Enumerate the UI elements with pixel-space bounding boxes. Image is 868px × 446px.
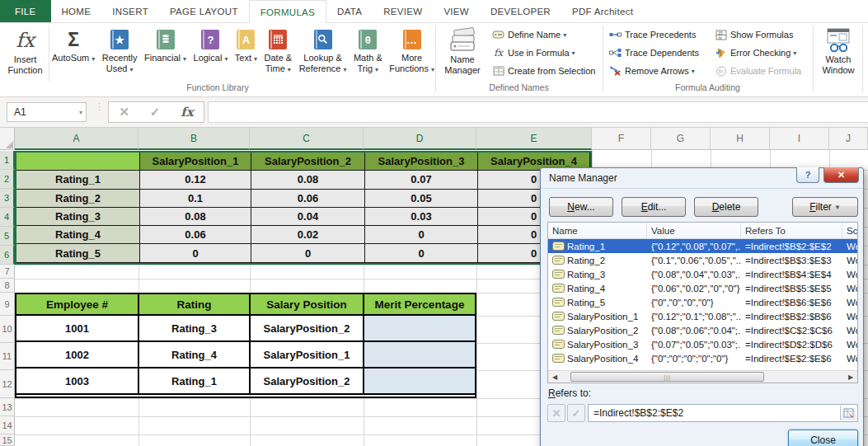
matrix-cell[interactable]: Rating_5 bbox=[16, 244, 140, 262]
name-row-salaryposition-2[interactable]: SalaryPosition_2{"0.08";"0.06";"0.04";..… bbox=[548, 323, 857, 337]
employee-cell[interactable] bbox=[364, 316, 475, 342]
list-column-refers-to[interactable]: Refers To bbox=[741, 223, 842, 238]
matrix-cell[interactable]: Rating_3 bbox=[16, 208, 140, 226]
name-row-rating-3[interactable]: Rating_3{"0.08","0.04","0.03",...=Indire… bbox=[548, 267, 857, 281]
matrix-cell[interactable]: 0.08 bbox=[140, 208, 251, 226]
watch-window-button[interactable]: WatchWindow bbox=[815, 25, 861, 91]
matrix-cell[interactable]: 0.05 bbox=[365, 190, 478, 208]
trace-precedents-button[interactable]: Trace Precedents bbox=[608, 26, 696, 43]
matrix-cell[interactable]: 0.03 bbox=[365, 208, 478, 226]
employee-cell[interactable]: 1002 bbox=[16, 342, 139, 369]
column-header-a[interactable]: A bbox=[15, 128, 138, 150]
matrix-header-cell[interactable]: SalaryPosition_3 bbox=[365, 153, 478, 171]
close-button[interactable]: Close bbox=[788, 430, 858, 446]
name-row-rating-2[interactable]: Rating_2{"0.1","0.06","0.05","...=Indire… bbox=[548, 253, 857, 267]
tab-home[interactable]: HOME bbox=[51, 0, 102, 22]
row-header-10[interactable]: 10 bbox=[0, 316, 15, 343]
tab-data[interactable]: DATA bbox=[326, 0, 373, 22]
error-checking-button[interactable]: !Error Checking▾ bbox=[714, 45, 796, 61]
row-header-3[interactable]: 3 bbox=[0, 189, 15, 208]
employee-cell[interactable]: Rating_1 bbox=[139, 369, 251, 395]
enter-icon[interactable]: ✓ bbox=[150, 105, 161, 120]
employee-cell[interactable]: Rating_4 bbox=[139, 342, 251, 369]
row-header-4[interactable]: 4 bbox=[0, 208, 15, 227]
edit-button[interactable]: Edit... bbox=[622, 197, 686, 217]
name-row-rating-1[interactable]: Rating_1{"0.12","0.08","0.07",...=Indire… bbox=[548, 239, 857, 253]
define-name-button[interactable]: Define Name▾ bbox=[491, 26, 566, 43]
row-header-6[interactable]: 6 bbox=[0, 246, 15, 265]
matrix-cell[interactable]: 0.1 bbox=[140, 190, 251, 208]
row-header-12[interactable]: 12 bbox=[0, 370, 15, 398]
matrix-header-cell[interactable] bbox=[16, 153, 140, 171]
employee-cell[interactable]: 1001 bbox=[16, 316, 139, 342]
matrix-cell[interactable]: 0 bbox=[365, 226, 478, 244]
matrix-header-cell[interactable]: SalaryPosition_2 bbox=[251, 153, 365, 171]
date-time-button[interactable]: Date &Time▾ bbox=[264, 25, 293, 91]
range-picker-icon[interactable] bbox=[840, 406, 856, 420]
column-header-c[interactable]: C bbox=[250, 128, 364, 150]
employee-cell[interactable] bbox=[364, 369, 475, 395]
employee-header-cell[interactable]: Merit Percentage bbox=[364, 294, 475, 316]
text-button[interactable]: AText▾ bbox=[234, 25, 258, 91]
name-box[interactable]: A1 ▾ bbox=[7, 102, 87, 122]
column-header-f[interactable]: F bbox=[592, 128, 651, 150]
tab-page-layout[interactable]: PAGE LAYOUT bbox=[159, 0, 249, 22]
row-header-8[interactable]: 8 bbox=[0, 279, 15, 293]
formula-bar-handle[interactable]: ⋮ bbox=[95, 104, 104, 109]
matrix-cell[interactable]: 0.06 bbox=[251, 190, 365, 208]
scroll-right-icon[interactable]: ▶ bbox=[844, 371, 857, 383]
matrix-cell[interactable]: 0 bbox=[365, 244, 478, 262]
logical-button[interactable]: ?Logical▾ bbox=[193, 25, 229, 91]
matrix-cell[interactable]: 0.07 bbox=[365, 171, 478, 189]
scrollbar-thumb[interactable]: ||| bbox=[570, 372, 764, 382]
column-header-g[interactable]: G bbox=[651, 128, 711, 150]
matrix-cell[interactable]: 0.12 bbox=[140, 171, 251, 189]
remove-arrows-button[interactable]: Remove Arrows▾ bbox=[608, 63, 695, 79]
row-header-14[interactable]: 14 bbox=[0, 416, 15, 434]
show-formulas-button[interactable]: 15fxShow Formulas bbox=[714, 26, 793, 43]
employee-header-cell[interactable]: Salary Position bbox=[251, 294, 364, 316]
tab-developer[interactable]: DEVELOPER bbox=[480, 0, 561, 22]
row-header-2[interactable]: 2 bbox=[0, 170, 15, 189]
matrix-cell[interactable]: Rating_2 bbox=[16, 190, 140, 208]
math-trig-button[interactable]: θMath &Trig▾ bbox=[353, 25, 383, 91]
help-button[interactable]: ? bbox=[796, 167, 819, 183]
row-header-5[interactable]: 5 bbox=[0, 227, 15, 246]
matrix-cell[interactable]: 0.08 bbox=[251, 171, 365, 189]
employee-cell[interactable]: SalaryPosition_2 bbox=[251, 316, 364, 342]
name-row-rating-5[interactable]: Rating_5{"0","0","0","0"}=Indirect!$B$6:… bbox=[548, 295, 857, 309]
matrix-cell[interactable]: 0.06 bbox=[140, 226, 251, 244]
name-row-salaryposition-4[interactable]: SalaryPosition_4{"0";"0";"0";"0";"0"}=In… bbox=[548, 351, 857, 365]
tab-formulas[interactable]: FORMULAS bbox=[249, 0, 326, 23]
matrix-cell[interactable]: 0 bbox=[140, 244, 251, 262]
matrix-cell[interactable]: 0.04 bbox=[251, 208, 365, 226]
employee-header-cell[interactable]: Employee # bbox=[16, 294, 139, 316]
name-row-salaryposition-3[interactable]: SalaryPosition_3{"0.07";"0.05";"0.03";..… bbox=[548, 337, 857, 351]
insert-function-button[interactable]: fxInsertFunction bbox=[2, 25, 48, 91]
horizontal-scrollbar[interactable]: ◀ ||| ▶ bbox=[548, 370, 857, 383]
create-from-selection-button[interactable]: Create from Selection bbox=[491, 63, 595, 79]
matrix-cell[interactable]: Rating_4 bbox=[16, 226, 140, 244]
list-column-name[interactable]: Name bbox=[548, 223, 647, 238]
row-header-13[interactable]: 13 bbox=[0, 398, 15, 416]
row-header-9[interactable]: 9 bbox=[0, 293, 15, 316]
lookup-reference-button[interactable]: Lookup &Reference▾ bbox=[298, 25, 348, 91]
refers-to-input[interactable]: =Indirect!$B$2:$E$2 bbox=[588, 404, 858, 422]
recently-used-button[interactable]: ★RecentlyUsed▾ bbox=[101, 25, 138, 91]
scroll-left-icon[interactable]: ◀ bbox=[548, 371, 561, 383]
employee-cell[interactable]: Rating_3 bbox=[139, 316, 251, 342]
tab-review[interactable]: REVIEW bbox=[373, 0, 433, 22]
select-all-corner[interactable] bbox=[0, 128, 15, 150]
matrix-header-cell[interactable]: SalaryPosition_1 bbox=[140, 153, 251, 171]
name-row-salaryposition-1[interactable]: SalaryPosition_1{"0.12";"0.1";"0.08";"..… bbox=[548, 309, 857, 323]
tab-insert[interactable]: INSERT bbox=[101, 0, 159, 22]
formula-input[interactable] bbox=[208, 101, 868, 123]
employee-cell[interactable]: SalaryPosition_1 bbox=[251, 342, 364, 369]
employee-cell[interactable] bbox=[364, 342, 475, 369]
column-header-e[interactable]: E bbox=[476, 128, 592, 150]
column-header-d[interactable]: D bbox=[364, 128, 476, 150]
trace-dependents-button[interactable]: Trace Dependents bbox=[608, 45, 699, 61]
new-button[interactable]: New... bbox=[549, 197, 613, 217]
name-row-rating-4[interactable]: Rating_4{"0.06","0.02","0","0"}=Indirect… bbox=[548, 281, 857, 295]
insert-function-icon[interactable]: fx bbox=[181, 105, 193, 120]
